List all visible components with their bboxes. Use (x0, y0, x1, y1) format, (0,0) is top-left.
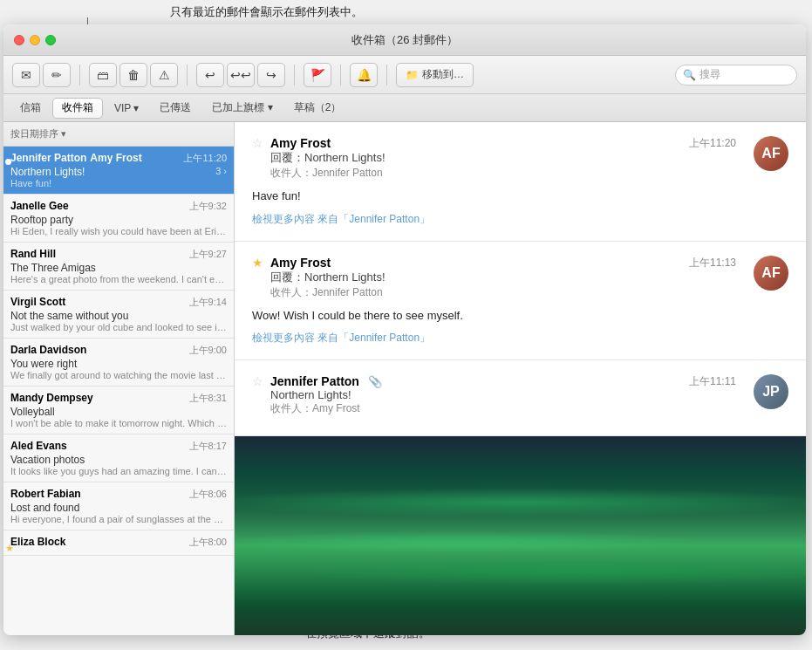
email-info: Amy Frost 回覆：Northern Lights! 收件人：Jennif… (270, 256, 680, 300)
mail-subject: Rooftop party (10, 214, 227, 226)
email-time: 上午11:11 (689, 374, 736, 389)
mail-window: 收件箱（26 封郵件） ✉ ✏ 🗃 🗑 ⚠ ↩ ↩↩ ↪ 🚩 🔔 (3, 24, 806, 635)
mail-time: 上午8:00 (189, 536, 227, 549)
tab-inbox[interactable]: 收件箱 (52, 98, 103, 119)
email-message: ★ Amy Frost 回覆：Northern Lights! 收件人：Jenn… (235, 242, 806, 361)
list-item[interactable]: Robert Fabian 上午8:06 Lost and found Hi e… (3, 482, 234, 530)
mail-preview: Hi Eden, I really wish you could have be… (10, 226, 227, 236)
compose-group: ✉ ✏ (12, 63, 71, 87)
notification-btn[interactable]: 🔔 (350, 63, 378, 87)
email-message: ☆ Amy Frost 回覆：Northern Lights! 收件人：Jenn… (235, 122, 806, 242)
forward-btn[interactable]: ↪ (257, 63, 285, 87)
list-item[interactable]: Virgil Scott 上午9:14 Not the same without… (3, 291, 234, 339)
mail-time: 上午8:17 (189, 440, 227, 453)
tab-sent[interactable]: 已傳送 (150, 98, 201, 119)
compose-btn[interactable]: ✏ (43, 63, 71, 87)
list-item[interactable]: Darla Davidson 上午9:00 You were right We … (3, 339, 234, 387)
northern-lights-image (235, 436, 806, 635)
mail-subject: Northern Lights! (10, 166, 85, 178)
title-bar: 收件箱（26 封郵件） (3, 24, 806, 56)
email-subject: Northern Lights! (270, 388, 680, 401)
delete-btn[interactable]: 🗑 (119, 63, 147, 87)
close-button[interactable] (14, 35, 24, 45)
mail-list-items: Jennifer Patton Amy Frost 上午11:20 Northe… (3, 147, 234, 635)
email-sender: Amy Frost (270, 136, 680, 150)
email-read-more[interactable]: 檢視更多內容 來自「Jennifer Patton」 (252, 331, 788, 346)
mail-preview: Have fun! (10, 178, 227, 188)
email-message: ☆ Jennifer Patton 📎 Northern Lights! 收件人… (235, 360, 806, 436)
star-toggle-3[interactable]: ☆ (252, 374, 263, 388)
aurora-band-3 (235, 545, 806, 598)
star-toggle-2[interactable]: ★ (252, 256, 263, 270)
divider-5 (386, 65, 387, 86)
reply-btn[interactable]: ↩ (196, 63, 224, 87)
mail-sender: Aled Evans (10, 440, 184, 452)
sort-header[interactable]: 按日期排序 ▾ (3, 122, 234, 147)
tab-mailbox[interactable]: 信箱 (10, 98, 51, 119)
mail-sender: Rand Hill (10, 248, 184, 260)
list-item[interactable]: Rand Hill 上午9:27 The Three Amigas Here's… (3, 243, 234, 291)
move-icon: 📁 (406, 69, 419, 81)
junk-btn[interactable]: ⚠ (150, 63, 178, 87)
mail-time: 上午9:00 (189, 344, 227, 357)
unread-dot (5, 159, 11, 165)
email-sender: Amy Frost (270, 256, 680, 270)
tab-bar: 信箱 收件箱 VIP ▾ 已傳送 已加上旗標 ▾ 草稿（2） (3, 94, 806, 122)
mail-subject: Vacation photos (10, 454, 227, 466)
list-item[interactable]: Janelle Gee 上午9:32 Rooftop party Hi Eden… (3, 195, 234, 243)
flag-btn[interactable]: 🚩 (304, 63, 331, 87)
mail-preview: Here's a great photo from the weekend. I… (10, 274, 227, 284)
archive-btn[interactable]: 🗃 (89, 63, 117, 87)
email-info: Jennifer Patton 📎 Northern Lights! 收件人：A… (270, 374, 680, 416)
mailbox-icon-btn[interactable]: ✉ (12, 63, 40, 87)
minimize-button[interactable] (30, 35, 40, 45)
list-item[interactable]: Mandy Dempsey 上午8:31 Volleyball I won't … (3, 387, 234, 434)
mail-time: 上午8:06 (189, 488, 227, 501)
mail-preview: Hi everyone, I found a pair of sunglasse… (10, 514, 227, 524)
search-box[interactable]: 🔍 搜尋 (675, 65, 797, 86)
list-item[interactable]: ★ Eliza Block 上午8:00 (3, 530, 234, 556)
divider-4 (340, 65, 341, 86)
conversation-count: 3 › (215, 166, 227, 178)
mail-preview: Just walked by your old cube and looked … (10, 322, 227, 332)
mail-sender: Janelle Gee (10, 200, 184, 212)
content-area: 按日期排序 ▾ Jennifer Patton Amy Frost 上午11:2… (3, 122, 806, 635)
mail-sender: Mandy Dempsey (10, 392, 184, 404)
move-to-label: 移動到… (422, 67, 464, 82)
email-to: 收件人：Amy Frost (270, 401, 680, 416)
divider-2 (187, 65, 188, 86)
email-time: 上午11:13 (689, 256, 736, 270)
reply-group: ↩ ↩↩ ↪ (196, 63, 285, 87)
mail-subject: Not the same without you (10, 310, 227, 322)
sender-a: Jennifer Patton (10, 152, 86, 164)
email-body: Have fun! (252, 188, 788, 205)
search-icon: 🔍 (683, 69, 696, 81)
move-to-btn[interactable]: 📁 移動到… (396, 63, 474, 87)
search-placeholder: 搜尋 (699, 67, 720, 82)
mail-subject: You were right (10, 358, 227, 370)
flag-group: 🚩 (304, 63, 331, 87)
list-item[interactable]: Jennifer Patton Amy Frost 上午11:20 Northe… (3, 147, 234, 195)
tab-flagged[interactable]: 已加上旗標 ▾ (202, 98, 282, 119)
tab-drafts[interactable]: 草稿（2） (284, 98, 351, 119)
tab-vip[interactable]: VIP ▾ (105, 98, 148, 119)
list-item[interactable]: Aled Evans 上午8:17 Vacation photos It loo… (3, 434, 234, 482)
email-subject: 回覆：Northern Lights! (270, 270, 680, 285)
email-to: 收件人：Jennifer Patton (270, 285, 680, 300)
email-time: 上午11:20 (689, 136, 736, 151)
mail-sender: Eliza Block (10, 536, 184, 548)
avatar: JP (754, 374, 788, 409)
reply-all-btn[interactable]: ↩↩ (227, 63, 255, 87)
callout-top: 只有最近的郵件會顯示在郵件列表中。 (170, 4, 363, 20)
divider-1 (79, 65, 80, 86)
star-toggle-1[interactable]: ☆ (252, 136, 263, 150)
mail-list: 按日期排序 ▾ Jennifer Patton Amy Frost 上午11:2… (3, 122, 235, 635)
divider-3 (294, 65, 295, 86)
maximize-button[interactable] (45, 35, 56, 45)
email-read-more[interactable]: 檢視更多內容 來自「Jennifer Patton」 (252, 212, 788, 227)
mail-time: 上午9:14 (189, 296, 227, 309)
mail-sender: Virgil Scott (10, 296, 184, 308)
toolbar: ✉ ✏ 🗃 🗑 ⚠ ↩ ↩↩ ↪ 🚩 🔔 📁 移動到… (3, 56, 806, 94)
window-title: 收件箱（26 封郵件） (351, 32, 458, 48)
mail-time: 上午9:32 (189, 200, 227, 213)
